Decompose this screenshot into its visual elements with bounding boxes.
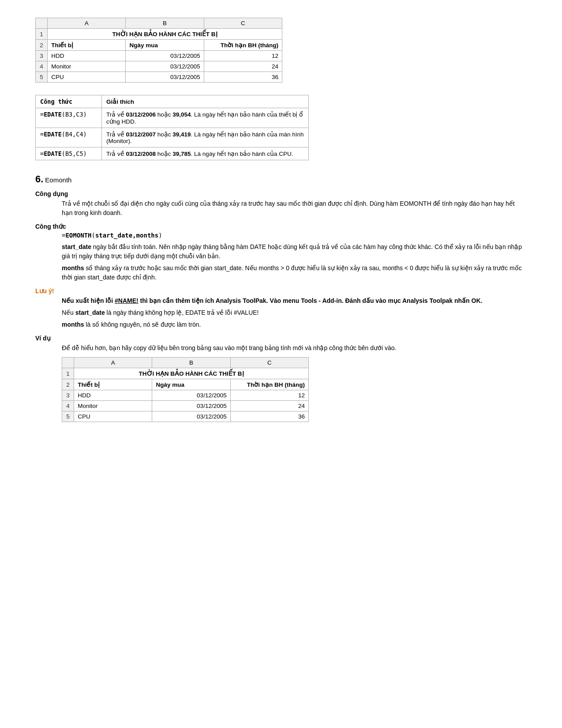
param-start-date: start_date ngày bắt đầu tính toán. Nên n… <box>62 242 527 261</box>
luu-y-text2: Nếu start_date là ngày tháng không hợp l… <box>62 308 527 317</box>
col-c-header-bottom: C <box>230 358 308 368</box>
cell-hdd-months: 12 <box>204 51 282 61</box>
formula-edate-b3c3: =EDATE(B3,C3) <box>36 108 102 128</box>
cell-monitor-months: 24 <box>204 61 282 72</box>
bottom-spreadsheet-table: A B C 1 THỜI HẠN BẢO HÀNH CÁC THIẾT BỊ 2… <box>62 357 309 422</box>
col-b-header: B <box>126 18 204 29</box>
table-title: THỜI HẠN BẢO HÀNH CÁC THIẾT BỊ <box>48 29 282 40</box>
header-thoi-han: Thời hạn BH (tháng) <box>204 40 282 51</box>
cell-monitor: Monitor <box>48 61 126 72</box>
cell-hdd-date: 03/12/2005 <box>126 51 204 61</box>
table-row: 2 Thiết bị Ngày mua Thời hạn BH (tháng) <box>62 379 309 390</box>
explain-edate-b5c5: Trả về 03/12/2008 hoặc 39,785. Là ngày h… <box>101 147 308 160</box>
formula-syntax: =EOMONTH(start_date,months) <box>62 232 527 239</box>
table-row: 3 HDD 03/12/2005 12 <box>62 390 309 401</box>
luu-y-text3: months là số không nguyên, nó sẽ được là… <box>62 320 527 329</box>
col-a-header: A <box>48 18 126 29</box>
explain-header: Giải thích <box>101 95 308 108</box>
formula-edate-b4c4: =EDATE(B4,C4) <box>36 128 102 147</box>
bottom-cell-cpu-months: 36 <box>230 411 308 422</box>
row-num-b1: 1 <box>62 368 74 379</box>
section-6-heading: 6. Eomonth <box>35 174 527 185</box>
header-ngay-mua: Ngày mua <box>126 40 204 51</box>
formula-edate-b5c5: =EDATE(B5,C5) <box>36 147 102 160</box>
vi-du-text: Để dễ hiểu hơn, bạn hãy copy dữ liệu bên… <box>62 343 527 353</box>
bottom-cell-monitor-date: 03/12/2005 <box>152 401 230 411</box>
row-num-2: 2 <box>36 40 48 51</box>
bottom-cell-hdd-months: 12 <box>230 390 308 401</box>
luu-y-content: Nếu xuất hiện lỗi #NAME! thì bạn cần thê… <box>62 296 527 329</box>
row-num-b3: 3 <box>62 390 74 401</box>
bottom-header-thiet-bi: Thiết bị <box>74 379 152 390</box>
formula-row-2: =EDATE(B4,C4) Trả về 03/12/2007 hoặc 39,… <box>36 128 309 147</box>
section-title: Eomonth <box>45 176 71 184</box>
table-row: 4 Monitor 03/12/2005 24 <box>62 401 309 411</box>
corner-cell-bottom <box>62 358 74 368</box>
table-row: 1 THỜI HẠN BẢO HÀNH CÁC THIẾT BỊ <box>36 29 282 40</box>
cell-cpu: CPU <box>48 72 126 83</box>
section-number: 6. <box>35 174 43 185</box>
bottom-header-thoi-han: Thời hạn BH (tháng) <box>230 379 308 390</box>
vi-du-content: Để dễ hiểu hơn, bạn hãy copy dữ liệu bên… <box>62 343 527 422</box>
row-num-5: 5 <box>36 72 48 83</box>
bottom-cell-cpu: CPU <box>74 411 152 422</box>
row-num-1: 1 <box>36 29 48 40</box>
cong-dung-content: Trả về một chuỗi số đại diện cho ngày cu… <box>62 199 527 218</box>
table-row: 5 CPU 03/12/2005 36 <box>36 72 282 83</box>
cong-thuc-label: Công thức <box>35 223 527 230</box>
row-num-4: 4 <box>36 61 48 72</box>
top-spreadsheet-table: A B C 1 THỜI HẠN BẢO HÀNH CÁC THIẾT BỊ 2… <box>35 18 282 83</box>
col-a-header-bottom: A <box>74 358 152 368</box>
cell-cpu-date: 03/12/2005 <box>126 72 204 83</box>
bottom-cell-monitor: Monitor <box>74 401 152 411</box>
formula-header: Công thức <box>36 95 102 108</box>
vi-du-label: Ví dụ <box>35 335 527 342</box>
formula-table-header: Công thức Giải thích <box>36 95 309 108</box>
luu-y-bold-text: Nếu xuất hiện lỗi #NAME! thì bạn cần thê… <box>62 296 527 306</box>
param-months: months số tháng xảy ra trước hoặc sau mố… <box>62 264 527 282</box>
bottom-table-title: THỜI HẠN BẢO HÀNH CÁC THIẾT BỊ <box>74 368 309 379</box>
table-row: 4 Monitor 03/12/2005 24 <box>36 61 282 72</box>
col-b-header-bottom: B <box>152 358 230 368</box>
table-row: 2 Thiết bị Ngày mua Thời hạn BH (tháng) <box>36 40 282 51</box>
table-row: 3 HDD 03/12/2005 12 <box>36 51 282 61</box>
table-row: 5 CPU 03/12/2005 36 <box>62 411 309 422</box>
cong-thuc-content: =EOMONTH(start_date,months) start_date n… <box>62 232 527 282</box>
header-thiet-bi: Thiết bị <box>48 40 126 51</box>
formula-row-3: =EDATE(B5,C5) Trả về 03/12/2008 hoặc 39,… <box>36 147 309 160</box>
explain-edate-b4c4: Trả về 03/12/2007 hoặc 39,419. Là ngày h… <box>101 128 308 147</box>
bottom-cell-cpu-date: 03/12/2005 <box>152 411 230 422</box>
row-num-b2: 2 <box>62 379 74 390</box>
bottom-cell-monitor-months: 24 <box>230 401 308 411</box>
row-num-3: 3 <box>36 51 48 61</box>
bottom-cell-hdd: HDD <box>74 390 152 401</box>
explain-edate-b3c3: Trả về 03/12/2006 hoặc 39,054. Là ngày h… <box>101 108 308 128</box>
cong-dung-label: Công dụng <box>35 190 527 197</box>
formula-row-1: =EDATE(B3,C3) Trả về 03/12/2006 hoặc 39,… <box>36 108 309 128</box>
bottom-cell-hdd-date: 03/12/2005 <box>152 390 230 401</box>
row-num-b4: 4 <box>62 401 74 411</box>
cell-cpu-months: 36 <box>204 72 282 83</box>
luu-y-label: Lưu ý! <box>35 287 527 294</box>
col-c-header: C <box>204 18 282 29</box>
formula-explanation-table: Công thức Giải thích =EDATE(B3,C3) Trả v… <box>35 95 309 160</box>
bottom-header-ngay-mua: Ngày mua <box>152 379 230 390</box>
table-row: 1 THỜI HẠN BẢO HÀNH CÁC THIẾT BỊ <box>62 368 309 379</box>
cell-hdd: HDD <box>48 51 126 61</box>
corner-cell <box>36 18 48 29</box>
row-num-b5: 5 <box>62 411 74 422</box>
cong-dung-text: Trả về một chuỗi số đại diện cho ngày cu… <box>62 199 527 218</box>
cell-monitor-date: 03/12/2005 <box>126 61 204 72</box>
